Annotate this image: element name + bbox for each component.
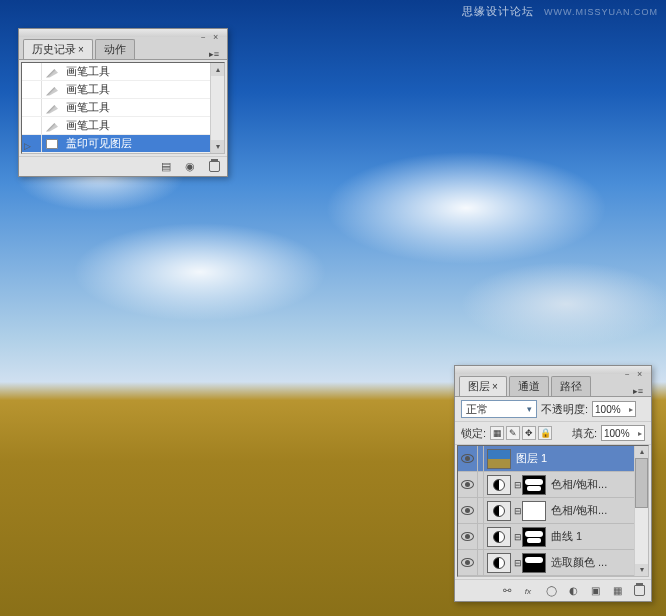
eye-icon (461, 558, 474, 567)
history-item-label: 画笔工具 (62, 118, 224, 133)
scroll-thumb[interactable] (635, 458, 648, 508)
blend-mode-select[interactable]: 正常 ▾ (461, 400, 537, 418)
history-scrollbar[interactable]: ▴ ▾ (210, 63, 224, 153)
layer-mask[interactable] (522, 553, 546, 573)
lock-pixels-icon[interactable]: ✎ (506, 426, 520, 440)
link-icon[interactable]: ⊟ (514, 558, 522, 568)
fill-label: 填充: (572, 426, 597, 441)
svg-text:fx: fx (524, 587, 531, 596)
layer-row[interactable]: ⊟ 曲线 1 (458, 524, 648, 550)
lock-all-icon[interactable]: 🔒 (538, 426, 552, 440)
layer-name[interactable]: 图层 1 (514, 451, 648, 466)
link-icon[interactable]: ⊟ (514, 532, 522, 542)
history-item[interactable]: 画笔工具 (22, 63, 224, 81)
minimize-icon[interactable] (201, 30, 211, 36)
scroll-up-icon[interactable]: ▴ (211, 63, 224, 76)
adjustment-icon (493, 557, 505, 569)
tab-layers[interactable]: 图层× (459, 376, 507, 396)
history-item[interactable]: ▷ 盖印可见图层 (22, 135, 224, 153)
history-gutter (24, 81, 42, 98)
tab-close-x[interactable]: × (78, 44, 84, 55)
flyout-icon[interactable]: ▸ (638, 429, 642, 438)
layer-row[interactable]: ⊟ 色相/饱和... (458, 472, 648, 498)
layers-titlebar[interactable] (455, 366, 651, 374)
watermark-text: 思缘设计论坛 (462, 5, 534, 17)
history-item[interactable]: 画笔工具 (22, 81, 224, 99)
layer-row[interactable]: ⊟ 色相/饱和... (458, 498, 648, 524)
scroll-down-icon[interactable]: ▾ (635, 564, 648, 576)
history-gutter (24, 63, 42, 80)
visibility-toggle[interactable] (458, 550, 478, 575)
link-icon[interactable]: ⊟ (514, 480, 522, 490)
new-group-icon[interactable]: ▣ (587, 583, 603, 599)
adjustment-thumbnail[interactable] (487, 501, 511, 521)
tab-close-x[interactable]: × (492, 381, 498, 392)
blend-opacity-row: 正常 ▾ 不透明度: 100% ▸ (455, 397, 651, 422)
history-item[interactable]: 画笔工具 (22, 117, 224, 135)
tab-actions[interactable]: 动作 (95, 39, 135, 59)
new-doc-icon[interactable]: ▤ (159, 160, 173, 174)
eye-icon (461, 454, 474, 463)
scroll-down-icon[interactable]: ▾ (211, 140, 224, 153)
layer-mask[interactable] (522, 501, 546, 521)
fill-input[interactable]: 100% ▸ (601, 425, 645, 441)
lock-label: 锁定: (461, 426, 486, 441)
adjustment-icon (493, 531, 505, 543)
opacity-input[interactable]: 100% ▸ (592, 401, 636, 417)
new-layer-icon[interactable]: ▦ (609, 583, 625, 599)
fill-value: 100% (604, 428, 630, 439)
layer-row[interactable]: 图层 1 (458, 446, 648, 472)
visibility-toggle[interactable] (458, 524, 478, 549)
history-gutter (24, 117, 42, 134)
panel-menu-icon[interactable] (629, 384, 647, 396)
layers-scrollbar[interactable]: ▴ ▾ (634, 446, 648, 576)
history-item-label: 画笔工具 (62, 100, 224, 115)
layer-row[interactable]: ⊟ 选取颜色 ... (458, 550, 648, 576)
lock-buttons: ▦ ✎ ✥ 🔒 (490, 426, 552, 440)
link-col (478, 472, 484, 497)
close-icon[interactable] (213, 30, 223, 36)
layer-mask[interactable] (522, 475, 546, 495)
minimize-icon[interactable] (625, 367, 635, 373)
tab-paths[interactable]: 路径 (551, 376, 591, 396)
visibility-toggle[interactable] (458, 472, 478, 497)
adjustment-thumbnail[interactable] (487, 527, 511, 547)
link-col (478, 524, 484, 549)
add-mask-icon[interactable]: ◯ (543, 583, 559, 599)
tab-layers-label: 图层 (468, 380, 490, 392)
visibility-toggle[interactable] (458, 446, 478, 471)
stamp-icon (44, 136, 60, 152)
layer-thumbnail[interactable] (487, 449, 511, 469)
tab-paths-label: 路径 (560, 380, 582, 392)
lock-position-icon[interactable]: ✥ (522, 426, 536, 440)
close-icon[interactable] (637, 367, 647, 373)
tab-history[interactable]: 历史记录× (23, 39, 93, 59)
layer-mask[interactable] (522, 527, 546, 547)
layers-tabs: 图层× 通道 路径 (455, 374, 651, 397)
tab-channels[interactable]: 通道 (509, 376, 549, 396)
history-pointer-icon: ▷ (24, 141, 31, 151)
link-layers-icon[interactable]: ⚯ (499, 583, 515, 599)
visibility-toggle[interactable] (458, 498, 478, 523)
history-titlebar[interactable] (19, 29, 227, 37)
history-item[interactable]: 画笔工具 (22, 99, 224, 117)
brush-icon (44, 64, 60, 80)
flyout-icon[interactable]: ▸ (629, 405, 633, 414)
history-footer: ▤ ◉ (19, 156, 227, 176)
adjustment-thumbnail[interactable] (487, 475, 511, 495)
eye-icon (461, 480, 474, 489)
adjustment-layer-icon[interactable]: ◐ (565, 583, 581, 599)
scroll-up-icon[interactable]: ▴ (635, 446, 648, 458)
link-icon[interactable]: ⊟ (514, 506, 522, 516)
trash-icon[interactable] (207, 160, 221, 174)
adjustment-thumbnail[interactable] (487, 553, 511, 573)
blend-mode-label: 正常 (466, 402, 488, 417)
fx-icon[interactable]: fx (521, 583, 537, 599)
watermark: 思缘设计论坛 WWW.MISSYUAN.COM (462, 4, 658, 19)
history-list: 画笔工具 画笔工具 画笔工具 画笔工具 ▷ 盖印可见图层 ▴ ▾ (21, 62, 225, 154)
trash-icon[interactable] (631, 583, 647, 599)
snapshot-icon[interactable]: ◉ (183, 160, 197, 174)
panel-menu-icon[interactable] (205, 47, 223, 59)
lock-transparent-icon[interactable]: ▦ (490, 426, 504, 440)
dropdown-icon: ▾ (521, 404, 532, 414)
